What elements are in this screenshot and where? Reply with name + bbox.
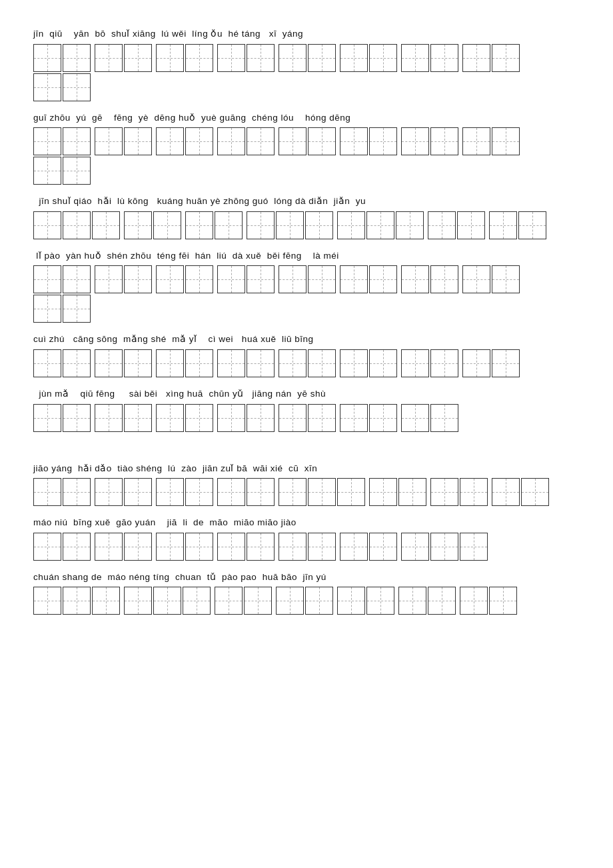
char-box: [492, 44, 520, 72]
char-box: [215, 587, 243, 615]
char-box: [340, 127, 368, 155]
char-box: [63, 157, 91, 185]
section-1: jīn qiū yān bō shuǐ xiāng lú wěi líng ǒu…: [33, 27, 580, 101]
char-box: [401, 404, 429, 432]
char-box: [340, 533, 368, 561]
box-group: [217, 265, 275, 293]
char-box: [183, 587, 211, 615]
boxes-row-5: [33, 349, 580, 377]
box-group: [430, 478, 488, 506]
char-box: [217, 44, 245, 72]
char-box: [492, 478, 520, 506]
char-box: [430, 478, 458, 506]
box-group: [401, 127, 458, 155]
char-box: [401, 44, 429, 72]
char-box: [33, 349, 61, 377]
box-group: [279, 265, 336, 293]
char-box: [279, 44, 306, 72]
box-group: [462, 127, 520, 155]
box-group: [279, 404, 336, 432]
char-box: [124, 127, 152, 155]
char-box: [492, 265, 520, 293]
char-box: [124, 211, 152, 239]
box-group: [156, 478, 213, 506]
box-group: [401, 404, 458, 432]
char-box: [33, 404, 61, 432]
box-group: [462, 265, 520, 293]
box-group: [401, 44, 458, 72]
char-box: [124, 44, 152, 72]
box-group: [462, 44, 520, 72]
box-group: [279, 44, 336, 72]
boxes-row-1: [33, 44, 580, 101]
char-box: [217, 265, 245, 293]
char-box: [460, 478, 488, 506]
char-box: [340, 44, 368, 72]
char-box: [156, 265, 184, 293]
char-box: [247, 44, 275, 72]
box-group: [215, 587, 272, 615]
char-box: [340, 404, 368, 432]
char-box: [63, 211, 91, 239]
char-box: [462, 127, 490, 155]
pinyin-text-6: jùn mǎ qiū fēng sài běi xìng huā chūn yǔ…: [33, 387, 326, 401]
char-box: [308, 533, 336, 561]
pinyin-row-9: chuán shang de máo néng tíng chuan tǔ pà…: [33, 570, 580, 585]
char-box: [156, 478, 184, 506]
char-box: [247, 404, 275, 432]
char-box: [401, 349, 429, 377]
char-box: [369, 44, 397, 72]
box-group: [33, 533, 91, 561]
char-box: [430, 44, 458, 72]
char-box: [63, 478, 91, 506]
char-box: [156, 127, 184, 155]
char-box: [521, 478, 549, 506]
box-group: [460, 587, 517, 615]
box-group: [33, 157, 91, 185]
char-box: [279, 127, 306, 155]
pinyin-text-4: lǐ pào yàn huǒ shén zhōu téng fēi hán li…: [33, 249, 339, 263]
char-box: [369, 265, 397, 293]
char-box: [460, 533, 488, 561]
char-box: [430, 533, 458, 561]
char-box: [156, 349, 184, 377]
box-group: [95, 127, 152, 155]
box-group: [156, 127, 213, 155]
char-box: [95, 265, 123, 293]
box-group: [156, 404, 213, 432]
char-box: [247, 349, 275, 377]
char-box: [244, 587, 272, 615]
char-box: [185, 127, 213, 155]
char-box: [305, 211, 333, 239]
box-group: [247, 211, 333, 239]
char-box: [217, 533, 245, 561]
box-group: [95, 404, 152, 432]
char-box: [124, 587, 152, 615]
pinyin-text-2: guī zhōu yú gē fēng yè dēng huǒ yuè guān…: [33, 111, 350, 125]
char-box: [366, 211, 394, 239]
pinyin-text-3: jīn shuǐ qiáo hǎi lù kōng kuáng huān yè …: [33, 194, 366, 209]
box-group: [156, 533, 213, 561]
char-box: [33, 587, 61, 615]
box-group: [340, 404, 397, 432]
pinyin-text-8: máo niú bīng xuě gāo yuán jiā li de māo …: [33, 515, 297, 530]
box-group: [401, 265, 458, 293]
box-group: [279, 349, 336, 377]
box-group: [279, 533, 336, 561]
char-box: [247, 265, 275, 293]
boxes-row-3: [33, 211, 580, 239]
char-box: [369, 127, 397, 155]
char-box: [279, 478, 306, 506]
section-9: chuán shang de máo néng tíng chuan tǔ pà…: [33, 570, 580, 615]
box-group: [217, 127, 275, 155]
section-2: guī zhōu yú gē fēng yè dēng huǒ yuè guān…: [33, 111, 580, 185]
section-7: jiāo yáng hǎi dǎo tiào shéng lú zào jiān…: [33, 461, 580, 507]
char-box: [63, 73, 91, 101]
char-box: [279, 533, 306, 561]
box-group: [217, 478, 275, 506]
box-group: [95, 265, 152, 293]
char-box: [305, 587, 333, 615]
box-group: [337, 587, 394, 615]
char-box: [247, 127, 275, 155]
section-divider: [33, 441, 580, 461]
